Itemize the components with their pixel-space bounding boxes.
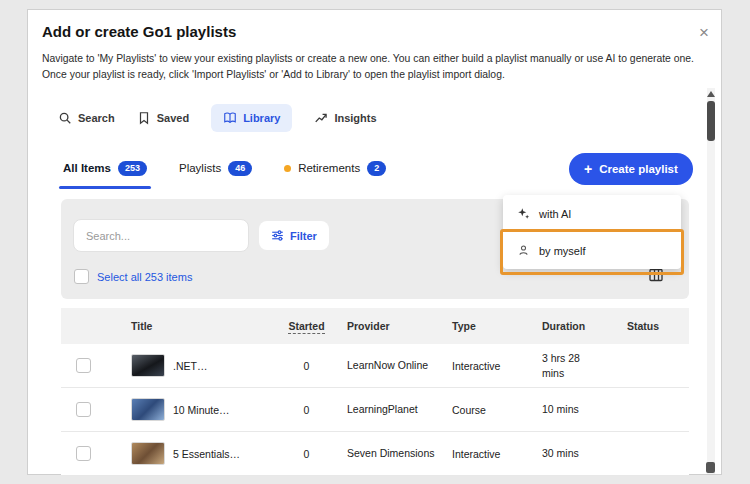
tab-label: Playlists (179, 162, 221, 174)
search-input[interactable] (73, 219, 249, 252)
table-row: 10 Minute… 0 LearningPlanet Course 10 mi… (61, 388, 689, 432)
row-checkbox[interactable] (76, 358, 91, 373)
started-value: 0 (274, 448, 339, 460)
duration-value: 10 mins (542, 402, 590, 416)
create-playlist-label: Create playlist (599, 163, 678, 175)
scroll-up-arrow-icon[interactable] (707, 91, 715, 97)
table-header-row: Title Started Provider Type Duration Sta… (61, 308, 689, 344)
tab-playlists[interactable]: Playlists 46 (177, 152, 254, 189)
filter-icon (271, 229, 284, 242)
count-badge: 253 (118, 161, 147, 176)
type-value: Interactive (444, 448, 534, 460)
person-icon (517, 244, 530, 257)
started-value: 0 (274, 404, 339, 416)
bookmark-icon (137, 111, 151, 125)
provider-value: Seven Dimensions (347, 446, 439, 460)
tab-label: All Items (63, 162, 111, 174)
tab-retirements[interactable]: Retirements 2 (282, 152, 388, 189)
course-thumbnail (131, 398, 165, 421)
table-row: .NET… 0 LearnNow Online Interactive 3 hr… (61, 344, 689, 388)
trending-arrow-icon (314, 111, 328, 125)
course-title: .NET… (173, 360, 207, 372)
add-create-playlists-modal: Add or create Go1 playlists × Navigate t… (27, 9, 722, 475)
create-playlist-button[interactable]: + Create playlist (569, 153, 693, 185)
search-icon (58, 111, 72, 125)
column-header-type: Type (444, 320, 534, 332)
menu-item-label: with AI (539, 208, 571, 220)
type-value: Course (444, 404, 534, 416)
close-icon[interactable]: × (699, 24, 709, 41)
filter-label: Filter (290, 230, 317, 242)
provider-value: LearnNow Online (347, 358, 439, 372)
content-table: Title Started Provider Type Duration Sta… (61, 308, 689, 476)
count-badge: 2 (367, 161, 386, 176)
retirement-dot-icon (284, 165, 291, 172)
menu-item-label: by myself (539, 245, 585, 257)
create-playlist-menu: with AI by myself (503, 195, 681, 269)
select-all-label: Select all 253 items (97, 271, 192, 283)
column-header-title: Title (109, 320, 274, 332)
type-value: Interactive (444, 360, 534, 372)
nav-item-library[interactable]: Library (211, 104, 292, 132)
nav-item-search[interactable]: Search (58, 104, 115, 132)
modal-title: Add or create Go1 playlists (42, 23, 236, 40)
course-thumbnail (131, 442, 165, 465)
library-nav: Search Saved Library Insights (58, 104, 377, 132)
nav-label: Search (78, 112, 115, 124)
row-checkbox[interactable] (76, 446, 91, 461)
column-header-provider: Provider (339, 320, 444, 332)
nav-label: Library (243, 112, 280, 124)
nav-item-insights[interactable]: Insights (314, 104, 376, 132)
plus-icon: + (584, 161, 592, 177)
column-header-status: Status (619, 320, 689, 332)
select-all-checkbox[interactable] (74, 269, 89, 284)
duration-value: 30 mins (542, 446, 590, 460)
screen-background: Add or create Go1 playlists × Navigate t… (0, 0, 750, 484)
course-title: 10 Minute… (173, 404, 230, 416)
count-badge: 46 (228, 161, 252, 176)
course-thumbnail (131, 354, 165, 377)
course-title: 5 Essentials… (173, 448, 240, 460)
tab-all-items[interactable]: All Items 253 (61, 152, 149, 189)
scrollbar[interactable] (707, 88, 715, 474)
content-tabs: All Items 253 Playlists 46 Retirements 2 (61, 152, 388, 189)
column-header-duration: Duration (534, 320, 619, 332)
provider-value: LearningPlanet (347, 402, 439, 416)
scroll-down-arrow-icon[interactable] (706, 462, 715, 473)
select-all[interactable]: Select all 253 items (74, 269, 192, 284)
filter-button[interactable]: Filter (259, 221, 329, 250)
open-book-icon (223, 111, 237, 125)
menu-item-with-ai[interactable]: with AI (503, 195, 681, 232)
row-checkbox[interactable] (76, 402, 91, 417)
started-value: 0 (274, 360, 339, 372)
menu-item-by-myself[interactable]: by myself (503, 232, 681, 269)
column-header-started: Started (274, 320, 339, 332)
modal-description: Navigate to 'My Playlists' to view your … (42, 51, 704, 82)
nav-label: Insights (334, 112, 376, 124)
table-row: 5 Essentials… 0 Seven Dimensions Interac… (61, 432, 689, 476)
active-tab-underline (59, 186, 151, 189)
sparkle-icon (517, 207, 530, 220)
column-settings-icon[interactable] (648, 267, 664, 287)
started-sort-control[interactable]: Started (288, 320, 324, 334)
nav-item-saved[interactable]: Saved (137, 104, 189, 132)
tab-label: Retirements (298, 162, 360, 174)
duration-value: 3 hrs 28 mins (542, 351, 590, 379)
nav-label: Saved (157, 112, 189, 124)
scrollbar-thumb[interactable] (707, 101, 715, 141)
